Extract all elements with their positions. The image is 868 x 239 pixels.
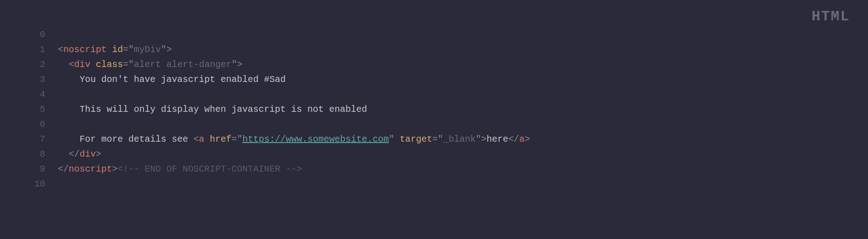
- line-content: <noscript id="myDiv">: [58, 42, 172, 57]
- line-number: 7: [27, 132, 45, 147]
- code-line: 7 For more details see <a href="https://…: [27, 132, 859, 147]
- attr-value: alert alert-danger: [134, 59, 231, 70]
- text-content: This will only display when javascript i…: [80, 104, 367, 115]
- space: [204, 134, 210, 144]
- attr-name: class: [96, 59, 123, 70]
- line-content: </div>: [58, 147, 101, 162]
- line-content: This will only display when javascript i…: [58, 102, 367, 117]
- line-content: <div class="alert alert-danger">: [58, 57, 242, 72]
- code-editor[interactable]: 0 1 <noscript id="myDiv"> 2 <div class="…: [9, 5, 859, 191]
- attr-value: _blank: [443, 134, 476, 144]
- url-value: https://www.somewebsite.com: [242, 134, 389, 144]
- equals: =: [123, 44, 128, 55]
- line-number: 0: [27, 27, 45, 42]
- quote: ": [128, 44, 134, 55]
- line-number: 2: [27, 57, 45, 72]
- space: [107, 44, 112, 55]
- line-number: 10: [27, 177, 45, 191]
- line-number: 1: [27, 42, 45, 57]
- quote: ": [161, 44, 166, 55]
- tag-name: noscript: [69, 164, 112, 174]
- attr-name: id: [112, 44, 123, 55]
- tag-name: div: [80, 149, 96, 159]
- equals: =: [231, 134, 237, 144]
- equals: =: [123, 59, 128, 70]
- code-line: 6: [27, 117, 859, 132]
- comment: <!-- END OF NOSCRIPT-CONTAINER -->: [118, 164, 302, 174]
- angle-close: >: [166, 44, 172, 55]
- line-number: 6: [27, 117, 45, 132]
- attr-value: myDiv: [134, 44, 161, 55]
- angle-open: <: [58, 44, 63, 55]
- equals: =: [432, 134, 438, 144]
- tag-name: div: [74, 59, 90, 70]
- code-line: 2 <div class="alert alert-danger">: [27, 57, 859, 72]
- line-content: For more details see <a href="https://ww…: [58, 132, 530, 147]
- code-line: 1 <noscript id="myDiv">: [27, 42, 859, 57]
- tag-name: a: [199, 134, 204, 144]
- line-content: </noscript><!-- END OF NOSCRIPT-CONTAINE…: [58, 162, 302, 177]
- code-line: 3 You don't have javascript enabled #Sad: [27, 72, 859, 87]
- tag-name: a: [519, 134, 524, 144]
- code-line: 4: [27, 87, 859, 102]
- code-line: 0: [27, 27, 859, 42]
- indent: [58, 149, 69, 159]
- quote: ": [476, 134, 481, 144]
- code-line: 9 </noscript><!-- END OF NOSCRIPT-CONTAI…: [27, 162, 859, 177]
- attr-name: target: [400, 134, 432, 144]
- angle-open: </: [69, 149, 80, 159]
- angle-close: >: [481, 134, 486, 144]
- code-line: 10: [27, 177, 859, 191]
- code-line: 8 </div>: [27, 147, 859, 162]
- angle-close: >: [237, 59, 242, 70]
- code-line: 5 This will only display when javascript…: [27, 102, 859, 117]
- indent: [58, 74, 80, 85]
- quote: ": [389, 134, 394, 144]
- line-content: You don't have javascript enabled #Sad: [58, 72, 286, 87]
- line-number: 5: [27, 102, 45, 117]
- angle-open: </: [58, 164, 69, 174]
- angle-open: <: [193, 134, 199, 144]
- text-content: For more details see: [80, 134, 193, 144]
- quote: ": [438, 134, 443, 144]
- text-content: You don't have javascript enabled #Sad: [80, 74, 286, 85]
- quote: ": [231, 59, 237, 70]
- language-badge: HTML: [811, 8, 850, 25]
- angle-open: </: [508, 134, 519, 144]
- space: [90, 59, 96, 70]
- line-number: 8: [27, 147, 45, 162]
- text-content: here: [486, 134, 508, 144]
- angle-close: >: [524, 134, 530, 144]
- indent: [58, 134, 80, 144]
- space: [394, 134, 400, 144]
- angle-close: >: [112, 164, 118, 174]
- angle-close: >: [96, 149, 101, 159]
- tag-name: noscript: [63, 44, 107, 55]
- line-number: 9: [27, 162, 45, 177]
- attr-name: href: [210, 134, 231, 144]
- angle-open: <: [69, 59, 74, 70]
- line-number: 4: [27, 87, 45, 102]
- indent: [58, 104, 80, 115]
- indent: [58, 59, 69, 70]
- quote: ": [128, 59, 134, 70]
- line-number: 3: [27, 72, 45, 87]
- quote: ": [237, 134, 242, 144]
